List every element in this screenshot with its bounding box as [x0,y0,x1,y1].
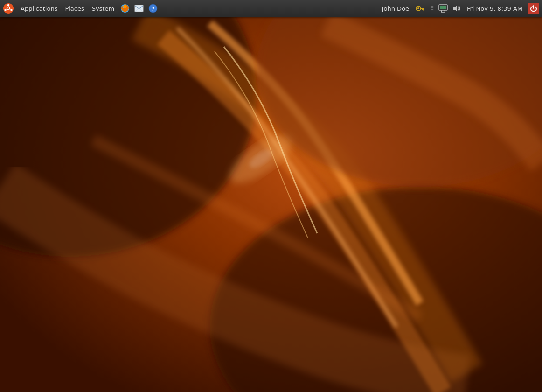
volume-icon[interactable] [450,0,463,17]
keyring-icon[interactable] [413,0,428,17]
datetime-display[interactable]: Fri Nov 9, 8:39 AM [463,0,526,17]
power-button[interactable] [528,3,539,14]
places-label: Places [65,5,84,12]
svg-point-18 [417,7,419,9]
svg-point-7 [7,4,9,6]
mail-launcher[interactable] [132,0,146,17]
svg-rect-20 [423,9,424,11]
places-menu[interactable]: Places [61,0,88,17]
help-launcher[interactable]: ? [146,0,160,17]
svg-marker-27 [453,5,457,12]
svg-point-9 [4,9,6,11]
svg-rect-21 [422,9,423,10]
ubuntu-logo[interactable] [2,2,15,15]
svg-rect-19 [420,8,424,9]
panel-right: John Doe ⠿ [378,0,542,17]
grip-dots: ⠿ [430,5,434,12]
applications-label: Applications [21,5,57,12]
svg-point-8 [10,9,12,11]
firefox-launcher[interactable] [118,0,132,17]
applications-menu[interactable]: Applications [17,0,61,17]
system-label: System [92,5,114,12]
svg-rect-23 [440,6,446,9]
panel-left: Applications Places System [0,0,378,17]
user-name-button[interactable]: John Doe [378,0,413,17]
datetime-label: Fri Nov 9, 8:39 AM [467,5,522,12]
display-icon[interactable] [436,0,450,17]
desktop [0,0,542,392]
desktop-background [0,0,542,392]
system-menu[interactable]: System [88,0,118,17]
top-panel: Applications Places System [0,0,542,17]
panel-grip: ⠿ [428,0,436,17]
svg-text:?: ? [152,5,155,12]
user-name-label: John Doe [382,5,409,12]
